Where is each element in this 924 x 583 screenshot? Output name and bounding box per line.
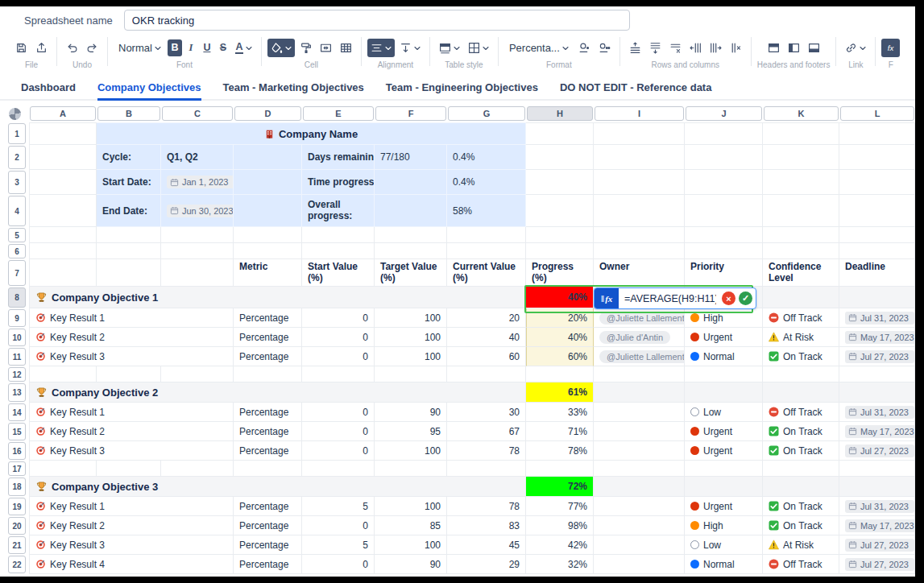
column-header-B[interactable]: B	[97, 105, 161, 122]
owner-chip[interactable]: @Juliette Lallement	[599, 350, 685, 363]
cell-H16[interactable]: 78%	[526, 441, 594, 461]
link-button[interactable]	[842, 39, 869, 57]
row-header-1[interactable]: 1	[6, 122, 29, 145]
cell-E4[interactable]: Overall progress:	[302, 195, 375, 227]
cell-A4[interactable]	[29, 195, 97, 227]
cell-B6[interactable]	[97, 243, 161, 259]
cell-I3[interactable]	[594, 170, 685, 195]
cell-I19[interactable]	[594, 497, 685, 516]
cell-J15[interactable]: Urgent	[685, 422, 763, 441]
header-column-button[interactable]	[785, 39, 803, 57]
cell-I17[interactable]	[594, 461, 685, 477]
cell-E22[interactable]: 0	[302, 555, 375, 574]
cell-E11[interactable]: 0	[302, 347, 375, 366]
cell-J10[interactable]: Urgent	[685, 328, 763, 347]
cell-C6[interactable]	[161, 243, 234, 259]
row-header-17[interactable]: 17	[6, 461, 29, 477]
cell-G19[interactable]: 78	[447, 497, 526, 516]
cell-A21[interactable]: Key Result 3	[29, 535, 234, 555]
cell-G21[interactable]: 45	[447, 535, 526, 555]
cell-D5[interactable]	[234, 227, 302, 243]
cell-J14[interactable]: Low	[685, 403, 763, 422]
cell-C12[interactable]	[161, 366, 234, 382]
cell-L9[interactable]: Jul 31, 2023	[839, 308, 915, 328]
merge-cells-button[interactable]	[317, 39, 335, 57]
cell-E15[interactable]: 0	[302, 422, 375, 441]
cell-A13[interactable]: Company Objective 2	[29, 382, 526, 403]
cell-C4[interactable]: Jun 30, 2023	[161, 195, 234, 227]
column-header-I[interactable]: I	[594, 105, 685, 122]
formula-fx-button[interactable]: ‖fx	[595, 288, 619, 308]
cell-F19[interactable]: 100	[375, 497, 447, 516]
cell-E16[interactable]: 0	[302, 441, 375, 461]
cell-A11[interactable]: Key Result 3	[29, 347, 234, 366]
column-header-D[interactable]: D	[234, 105, 302, 122]
cell-I2[interactable]	[594, 145, 685, 170]
cell-G10[interactable]: 40	[447, 328, 526, 347]
cell-E20[interactable]: 0	[302, 516, 375, 535]
row-header-18[interactable]: 18	[6, 477, 29, 497]
cell-D9[interactable]: Percentage	[234, 308, 302, 328]
cell-A22[interactable]: Key Result 4	[29, 555, 234, 574]
row-header-6[interactable]: 6	[6, 243, 29, 259]
cell-K2[interactable]	[763, 145, 839, 170]
column-header-F[interactable]: F	[375, 105, 447, 122]
cell-J2[interactable]	[685, 145, 763, 170]
tab-dashboard[interactable]: Dashboard	[21, 76, 76, 101]
cell-H11[interactable]: 60%	[526, 347, 594, 366]
row-header-8[interactable]: 8	[6, 287, 29, 308]
cell-F10[interactable]: 100	[375, 328, 447, 347]
cell-J6[interactable]	[685, 243, 763, 259]
row-header-5[interactable]: 5	[6, 227, 29, 243]
vertical-align-button[interactable]	[396, 39, 424, 57]
cell-A5[interactable]	[29, 227, 97, 243]
cell-I1[interactable]	[594, 122, 685, 145]
cell-I11[interactable]: @Juliette Lallement	[594, 347, 685, 366]
cell-J13[interactable]	[685, 382, 763, 403]
row-header-11[interactable]: 11	[6, 347, 29, 366]
date-chip[interactable]: May 17, 2023	[845, 331, 915, 344]
cell-L5[interactable]	[839, 227, 915, 243]
cell-G17[interactable]	[447, 461, 526, 477]
cell-J3[interactable]	[685, 170, 763, 195]
cell-H7[interactable]: Progress (%)	[526, 259, 594, 287]
insert-row-below-button[interactable]	[646, 39, 665, 57]
cell-L22[interactable]: Jul 27, 2023	[839, 555, 915, 574]
date-chip[interactable]: Jun 30, 2023	[167, 205, 234, 217]
formula-button[interactable]: fx	[881, 39, 900, 57]
cell-K17[interactable]	[763, 461, 839, 477]
row-header-2[interactable]: 2	[6, 145, 29, 170]
row-header-16[interactable]: 16	[6, 441, 29, 461]
redo-button[interactable]	[83, 39, 102, 57]
date-chip[interactable]: May 17, 2023	[845, 425, 915, 438]
cell-L4[interactable]	[839, 195, 915, 227]
cell-B3[interactable]: Start Date:	[97, 170, 161, 195]
cell-I7[interactable]: Owner	[594, 259, 685, 287]
formula-input[interactable]	[622, 293, 719, 304]
cell-H12[interactable]	[526, 366, 594, 382]
cell-E12[interactable]	[302, 366, 375, 382]
cell-K8[interactable]	[763, 287, 839, 308]
text-color-button[interactable]: A	[232, 39, 255, 58]
row-header-9[interactable]: 9	[6, 308, 29, 328]
cell-F11[interactable]: 100	[375, 347, 447, 366]
cell-J9[interactable]: High	[685, 308, 763, 328]
cell-F14[interactable]: 90	[375, 403, 447, 422]
cell-H20[interactable]: 98%	[526, 516, 594, 535]
cell-grid-button[interactable]	[337, 39, 355, 57]
italic-button[interactable]: I	[184, 39, 198, 56]
select-all-corner[interactable]	[6, 105, 29, 122]
cell-J7[interactable]: Priority	[685, 259, 763, 287]
cell-A19[interactable]: Key Result 1	[29, 497, 234, 516]
bold-button[interactable]: B	[168, 39, 182, 56]
cell-D20[interactable]: Percentage	[234, 516, 302, 535]
row-header-4[interactable]: 4	[6, 195, 29, 227]
strikethrough-button[interactable]: S	[216, 39, 230, 56]
cell-E17[interactable]	[302, 461, 375, 477]
cell-K7[interactable]: Confidence Level	[763, 259, 839, 287]
cell-G12[interactable]	[447, 366, 526, 382]
cell-L17[interactable]	[839, 461, 915, 477]
cell-A2[interactable]	[29, 145, 97, 170]
cell-J22[interactable]: Normal	[685, 555, 763, 574]
cell-A20[interactable]: Key Result 2	[29, 516, 234, 535]
